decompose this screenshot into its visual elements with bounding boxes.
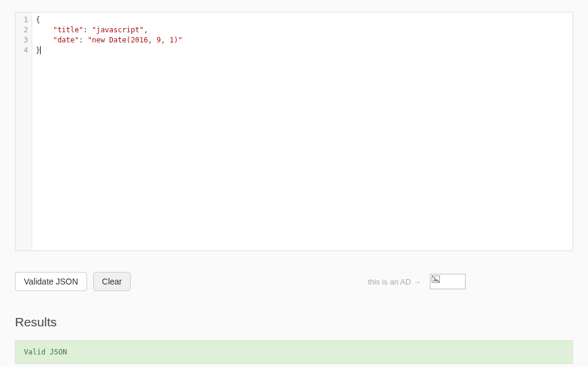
svg-line-3 — [432, 276, 439, 283]
controls-row: Validate JSON Clear this is an AD → — [15, 272, 573, 291]
results-section: Results Valid JSON — [15, 315, 573, 364]
line-number: 2 — [16, 25, 32, 35]
ad-placeholder — [430, 274, 466, 289]
json-editor[interactable]: 1234 { "title": "javascript", "date": "n… — [15, 12, 573, 251]
code-line[interactable]: "date": "new Date(2016, 9, 1)" — [36, 35, 569, 45]
line-gutter: 1234 — [16, 13, 32, 250]
code-line[interactable]: { — [36, 15, 569, 25]
ad-section: this is an AD → — [368, 274, 466, 289]
code-line[interactable]: "title": "javascript", — [36, 25, 569, 35]
results-heading: Results — [15, 315, 573, 329]
result-message: Valid JSON — [15, 340, 573, 364]
line-number: 4 — [16, 45, 32, 56]
validate-button[interactable]: Validate JSON — [15, 272, 87, 291]
line-number: 1 — [16, 15, 32, 25]
broken-image-icon — [432, 276, 440, 284]
code-area[interactable]: { "title": "javascript", "date": "new Da… — [32, 13, 572, 250]
clear-button[interactable]: Clear — [93, 272, 131, 291]
text-cursor — [40, 46, 41, 54]
ad-label: this is an AD → — [368, 277, 421, 286]
code-line[interactable]: } — [36, 45, 569, 56]
line-number: 3 — [16, 35, 32, 45]
